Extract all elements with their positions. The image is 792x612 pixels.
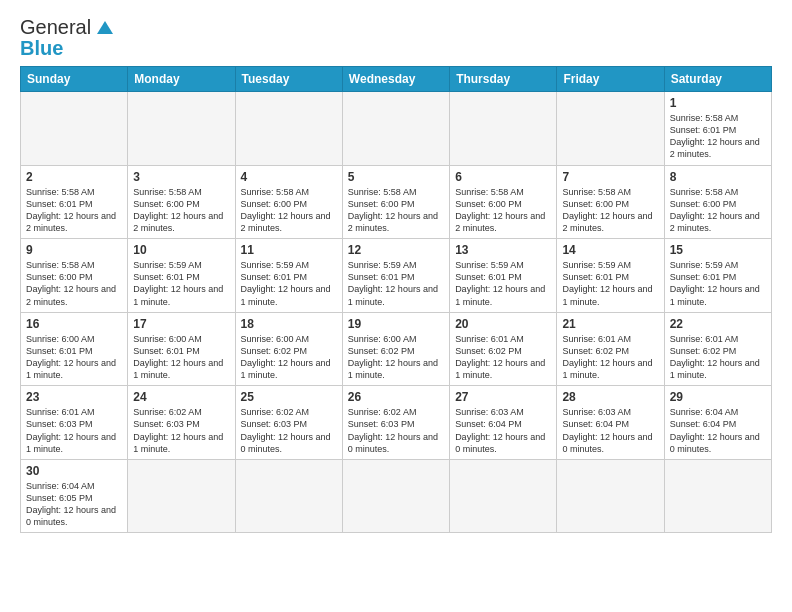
day-info: Sunrise: 6:01 AM Sunset: 6:02 PM Dayligh… [455, 333, 551, 382]
calendar-cell: 1Sunrise: 5:58 AM Sunset: 6:01 PM Daylig… [664, 92, 771, 166]
day-info: Sunrise: 5:58 AM Sunset: 6:01 PM Dayligh… [26, 186, 122, 235]
day-number: 11 [241, 243, 337, 257]
calendar-cell: 28Sunrise: 6:03 AM Sunset: 6:04 PM Dayli… [557, 386, 664, 460]
day-number: 7 [562, 170, 658, 184]
day-info: Sunrise: 5:58 AM Sunset: 6:00 PM Dayligh… [670, 186, 766, 235]
day-number: 5 [348, 170, 444, 184]
calendar-cell: 15Sunrise: 5:59 AM Sunset: 6:01 PM Dayli… [664, 239, 771, 313]
calendar-cell [128, 459, 235, 533]
calendar-cell: 14Sunrise: 5:59 AM Sunset: 6:01 PM Dayli… [557, 239, 664, 313]
calendar-cell: 17Sunrise: 6:00 AM Sunset: 6:01 PM Dayli… [128, 312, 235, 386]
day-info: Sunrise: 5:58 AM Sunset: 6:00 PM Dayligh… [26, 259, 122, 308]
calendar-cell [235, 92, 342, 166]
day-info: Sunrise: 6:00 AM Sunset: 6:01 PM Dayligh… [26, 333, 122, 382]
day-info: Sunrise: 5:59 AM Sunset: 6:01 PM Dayligh… [348, 259, 444, 308]
weekday-header-wednesday: Wednesday [342, 67, 449, 92]
calendar-cell: 7Sunrise: 5:58 AM Sunset: 6:00 PM Daylig… [557, 165, 664, 239]
day-number: 28 [562, 390, 658, 404]
day-info: Sunrise: 5:58 AM Sunset: 6:00 PM Dayligh… [348, 186, 444, 235]
day-info: Sunrise: 6:00 AM Sunset: 6:02 PM Dayligh… [348, 333, 444, 382]
day-info: Sunrise: 6:01 AM Sunset: 6:02 PM Dayligh… [562, 333, 658, 382]
calendar-cell [557, 459, 664, 533]
calendar-cell: 25Sunrise: 6:02 AM Sunset: 6:03 PM Dayli… [235, 386, 342, 460]
calendar-cell: 21Sunrise: 6:01 AM Sunset: 6:02 PM Dayli… [557, 312, 664, 386]
day-info: Sunrise: 5:58 AM Sunset: 6:00 PM Dayligh… [133, 186, 229, 235]
day-info: Sunrise: 5:59 AM Sunset: 6:01 PM Dayligh… [241, 259, 337, 308]
day-info: Sunrise: 5:58 AM Sunset: 6:00 PM Dayligh… [455, 186, 551, 235]
day-info: Sunrise: 5:58 AM Sunset: 6:00 PM Dayligh… [241, 186, 337, 235]
calendar-cell [342, 459, 449, 533]
calendar-week-1: 1Sunrise: 5:58 AM Sunset: 6:01 PM Daylig… [21, 92, 772, 166]
day-number: 12 [348, 243, 444, 257]
calendar-cell: 27Sunrise: 6:03 AM Sunset: 6:04 PM Dayli… [450, 386, 557, 460]
calendar-cell [128, 92, 235, 166]
calendar-cell [342, 92, 449, 166]
day-number: 6 [455, 170, 551, 184]
day-number: 25 [241, 390, 337, 404]
day-number: 19 [348, 317, 444, 331]
day-info: Sunrise: 5:58 AM Sunset: 6:00 PM Dayligh… [562, 186, 658, 235]
calendar-cell: 16Sunrise: 6:00 AM Sunset: 6:01 PM Dayli… [21, 312, 128, 386]
day-number: 29 [670, 390, 766, 404]
calendar-page: General Blue SundayMondayTuesdayWednesda… [0, 0, 792, 612]
calendar-cell [557, 92, 664, 166]
day-number: 24 [133, 390, 229, 404]
day-info: Sunrise: 6:03 AM Sunset: 6:04 PM Dayligh… [455, 406, 551, 455]
day-info: Sunrise: 6:01 AM Sunset: 6:03 PM Dayligh… [26, 406, 122, 455]
weekday-header-sunday: Sunday [21, 67, 128, 92]
logo: General Blue [20, 16, 113, 60]
logo-icon: General [20, 16, 113, 39]
calendar-cell: 29Sunrise: 6:04 AM Sunset: 6:04 PM Dayli… [664, 386, 771, 460]
day-info: Sunrise: 5:59 AM Sunset: 6:01 PM Dayligh… [455, 259, 551, 308]
calendar-cell: 30Sunrise: 6:04 AM Sunset: 6:05 PM Dayli… [21, 459, 128, 533]
day-number: 16 [26, 317, 122, 331]
calendar-week-6: 30Sunrise: 6:04 AM Sunset: 6:05 PM Dayli… [21, 459, 772, 533]
day-number: 3 [133, 170, 229, 184]
calendar-cell: 4Sunrise: 5:58 AM Sunset: 6:00 PM Daylig… [235, 165, 342, 239]
day-info: Sunrise: 6:04 AM Sunset: 6:04 PM Dayligh… [670, 406, 766, 455]
weekday-header-monday: Monday [128, 67, 235, 92]
calendar-cell: 9Sunrise: 5:58 AM Sunset: 6:00 PM Daylig… [21, 239, 128, 313]
calendar-cell [450, 92, 557, 166]
day-info: Sunrise: 6:01 AM Sunset: 6:02 PM Dayligh… [670, 333, 766, 382]
day-number: 13 [455, 243, 551, 257]
calendar-cell: 13Sunrise: 5:59 AM Sunset: 6:01 PM Dayli… [450, 239, 557, 313]
calendar-cell: 23Sunrise: 6:01 AM Sunset: 6:03 PM Dayli… [21, 386, 128, 460]
calendar-cell: 6Sunrise: 5:58 AM Sunset: 6:00 PM Daylig… [450, 165, 557, 239]
day-info: Sunrise: 6:03 AM Sunset: 6:04 PM Dayligh… [562, 406, 658, 455]
calendar-cell: 26Sunrise: 6:02 AM Sunset: 6:03 PM Dayli… [342, 386, 449, 460]
day-info: Sunrise: 6:04 AM Sunset: 6:05 PM Dayligh… [26, 480, 122, 529]
calendar-cell: 3Sunrise: 5:58 AM Sunset: 6:00 PM Daylig… [128, 165, 235, 239]
calendar-cell: 19Sunrise: 6:00 AM Sunset: 6:02 PM Dayli… [342, 312, 449, 386]
calendar-cell [664, 459, 771, 533]
day-number: 10 [133, 243, 229, 257]
day-info: Sunrise: 6:02 AM Sunset: 6:03 PM Dayligh… [348, 406, 444, 455]
calendar-cell [235, 459, 342, 533]
day-number: 21 [562, 317, 658, 331]
calendar-week-3: 9Sunrise: 5:58 AM Sunset: 6:00 PM Daylig… [21, 239, 772, 313]
day-info: Sunrise: 6:00 AM Sunset: 6:02 PM Dayligh… [241, 333, 337, 382]
day-number: 23 [26, 390, 122, 404]
day-number: 27 [455, 390, 551, 404]
calendar-cell: 2Sunrise: 5:58 AM Sunset: 6:01 PM Daylig… [21, 165, 128, 239]
day-number: 30 [26, 464, 122, 478]
calendar-week-4: 16Sunrise: 6:00 AM Sunset: 6:01 PM Dayli… [21, 312, 772, 386]
calendar-cell: 5Sunrise: 5:58 AM Sunset: 6:00 PM Daylig… [342, 165, 449, 239]
day-info: Sunrise: 5:59 AM Sunset: 6:01 PM Dayligh… [670, 259, 766, 308]
calendar-week-5: 23Sunrise: 6:01 AM Sunset: 6:03 PM Dayli… [21, 386, 772, 460]
calendar-week-2: 2Sunrise: 5:58 AM Sunset: 6:01 PM Daylig… [21, 165, 772, 239]
calendar-cell: 24Sunrise: 6:02 AM Sunset: 6:03 PM Dayli… [128, 386, 235, 460]
calendar-cell: 22Sunrise: 6:01 AM Sunset: 6:02 PM Dayli… [664, 312, 771, 386]
day-info: Sunrise: 6:02 AM Sunset: 6:03 PM Dayligh… [241, 406, 337, 455]
logo-blue-text: Blue [20, 37, 63, 60]
day-number: 2 [26, 170, 122, 184]
calendar-cell: 12Sunrise: 5:59 AM Sunset: 6:01 PM Dayli… [342, 239, 449, 313]
calendar-cell [450, 459, 557, 533]
day-number: 26 [348, 390, 444, 404]
calendar-cell: 11Sunrise: 5:59 AM Sunset: 6:01 PM Dayli… [235, 239, 342, 313]
weekday-header-row: SundayMondayTuesdayWednesdayThursdayFrid… [21, 67, 772, 92]
day-info: Sunrise: 6:00 AM Sunset: 6:01 PM Dayligh… [133, 333, 229, 382]
day-info: Sunrise: 6:02 AM Sunset: 6:03 PM Dayligh… [133, 406, 229, 455]
calendar-cell: 10Sunrise: 5:59 AM Sunset: 6:01 PM Dayli… [128, 239, 235, 313]
calendar-cell: 8Sunrise: 5:58 AM Sunset: 6:00 PM Daylig… [664, 165, 771, 239]
